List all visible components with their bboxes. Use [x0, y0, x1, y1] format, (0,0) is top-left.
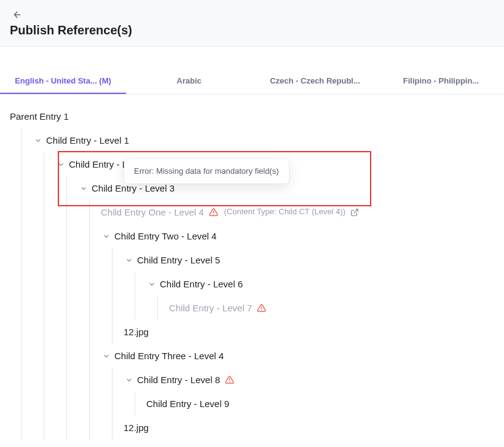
- chevron-down-icon[interactable]: [101, 233, 112, 240]
- page-title: Publish Reference(s): [10, 23, 494, 37]
- tree-label[interactable]: Child Entry One - Level 4: [101, 206, 204, 219]
- tree-node-l3: Child Entry - Level 3 Child Entry One - …: [78, 176, 494, 440]
- chevron-down-icon[interactable]: [101, 352, 112, 360]
- tree-node-l7: Child Entry - Level 7: [169, 296, 494, 320]
- tree-label[interactable]: Child Entry - Level 5: [137, 254, 220, 266]
- tree-label[interactable]: Child Entry - Level 8: [137, 373, 220, 386]
- tree-node-file: 12.jpg: [124, 416, 494, 440]
- chevron-down-icon[interactable]: [78, 185, 89, 192]
- locale-tabs: English - United Sta... (M) Arabic Czech…: [0, 69, 504, 95]
- arrow-left-icon: [12, 10, 22, 20]
- warning-icon[interactable]: [257, 303, 266, 313]
- tree-node-l5: Child Entry - Level 5: [124, 248, 494, 320]
- chevron-down-icon[interactable]: [55, 161, 66, 168]
- tree-label[interactable]: Child Entry - Level 1: [46, 134, 129, 147]
- warning-icon[interactable]: [209, 208, 218, 217]
- tab-arabic[interactable]: Arabic: [126, 69, 252, 94]
- page-header: Publish Reference(s): [0, 0, 504, 47]
- chevron-down-icon[interactable]: [124, 376, 135, 384]
- content-type-meta: (Content Type: Child CT (Level 4)): [224, 206, 346, 217]
- tree-node-parent: Parent Entry 1 Child Entry - Level 1 Chi…: [10, 104, 494, 440]
- error-tooltip-text: Error: Missing data for mandatory field(…: [134, 166, 279, 176]
- meta-value: Child CT (Level 4)): [278, 207, 345, 216]
- tree-label[interactable]: Child Entry - Level 3: [92, 182, 175, 195]
- back-button[interactable]: [10, 7, 25, 22]
- tree-label[interactable]: Child Entry - Level 7: [169, 301, 252, 314]
- tree-label[interactable]: Child Entry - Level 6: [160, 278, 243, 290]
- tree-label[interactable]: Child Entry - Level 9: [146, 397, 229, 410]
- meta-label: (Content Type:: [224, 207, 277, 216]
- tab-czech[interactable]: Czech - Czech Republ...: [252, 69, 378, 94]
- reference-tree: Error: Missing data for mandatory field(…: [0, 95, 504, 447]
- error-tooltip: Error: Missing data for mandatory field(…: [124, 159, 289, 184]
- tree-node-l2: Child Entry - Level 2 Child Entry - Leve…: [55, 152, 494, 440]
- chevron-down-icon[interactable]: [146, 281, 157, 288]
- tree-node-file: 12.jpg: [124, 320, 494, 344]
- tree-label[interactable]: Child Entry Two - Level 4: [114, 230, 216, 243]
- svg-line-3: [354, 209, 358, 212]
- tree-node-l4b: Child Entry Two - Level 4 Child E: [101, 224, 494, 344]
- external-link-icon[interactable]: [350, 208, 359, 217]
- chevron-down-icon[interactable]: [33, 137, 44, 144]
- warning-icon[interactable]: [225, 375, 234, 384]
- tree-label[interactable]: Child Entry Three - Level 4: [114, 349, 224, 362]
- tree-node-l9: Child Entry - Level 9: [146, 392, 494, 416]
- tree-node-l4a: Child Entry One - Level 4 (Content Type:…: [101, 200, 494, 224]
- tree-label[interactable]: 12.jpg: [124, 325, 149, 338]
- tree-node-l8: Child Entry - Level 8: [124, 368, 494, 416]
- tree-node-l6: Child Entry - Level 6: [146, 272, 494, 320]
- chevron-down-icon[interactable]: [124, 257, 135, 264]
- tab-filipino[interactable]: Filipino - Philippin...: [378, 69, 504, 94]
- tab-english[interactable]: English - United Sta... (M): [0, 69, 126, 94]
- tree-label[interactable]: Parent Entry 1: [10, 110, 69, 123]
- tree-label[interactable]: 12.jpg: [124, 421, 149, 434]
- tree-node-l4c: Child Entry Three - Level 4 Child: [101, 344, 494, 440]
